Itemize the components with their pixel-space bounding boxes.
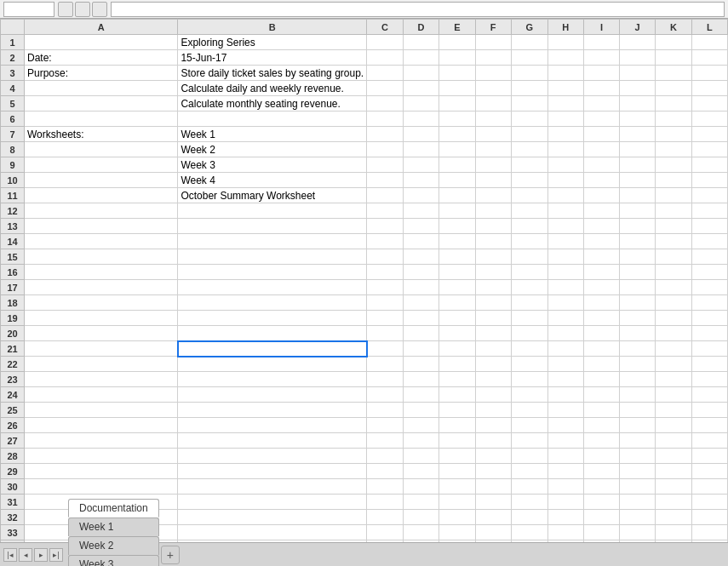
cell-b16[interactable] [178, 265, 367, 280]
cell-b10[interactable]: Week 4 [178, 173, 367, 188]
cell-e13[interactable] [439, 219, 475, 234]
cell-k28[interactable] [656, 449, 692, 464]
cell-a17[interactable] [25, 280, 178, 295]
cell-h12[interactable] [547, 203, 584, 219]
cell-k14[interactable] [656, 234, 692, 249]
cell-e8[interactable] [439, 142, 475, 157]
cell-e26[interactable] [439, 418, 475, 433]
cell-e23[interactable] [439, 372, 475, 387]
cell-g26[interactable] [511, 418, 547, 433]
cell-h23[interactable] [547, 372, 584, 387]
cell-f23[interactable] [475, 372, 511, 387]
cell-e15[interactable] [439, 249, 475, 265]
cell-k13[interactable] [656, 219, 692, 234]
cell-f13[interactable] [475, 219, 511, 234]
cell-d16[interactable] [403, 265, 439, 280]
cell-b4[interactable]: Calculate daily and weekly revenue. [178, 81, 367, 96]
cell-j10[interactable] [620, 173, 656, 188]
cell-i2[interactable] [584, 50, 620, 66]
col-header-h[interactable]: H [547, 20, 584, 35]
cell-j32[interactable] [620, 510, 656, 525]
cell-h31[interactable] [547, 495, 584, 510]
cell-e22[interactable] [439, 357, 475, 372]
cell-g2[interactable] [511, 50, 547, 66]
cell-a15[interactable] [25, 249, 178, 265]
cell-a30[interactable] [25, 479, 178, 495]
cell-e25[interactable] [439, 403, 475, 418]
cell-j13[interactable] [620, 219, 656, 234]
cell-j6[interactable] [620, 111, 656, 127]
cell-b9[interactable]: Week 3 [178, 157, 367, 173]
cell-l10[interactable] [691, 173, 727, 188]
cell-h15[interactable] [547, 249, 584, 265]
cell-c33[interactable] [367, 525, 404, 540]
cell-e17[interactable] [439, 280, 475, 295]
cell-j34[interactable] [620, 540, 656, 543]
cell-k34[interactable] [656, 540, 692, 543]
cell-j11[interactable] [620, 188, 656, 203]
cell-f6[interactable] [475, 111, 511, 127]
cell-c16[interactable] [367, 265, 404, 280]
cell-e31[interactable] [439, 495, 475, 510]
cell-d4[interactable] [403, 81, 439, 96]
cell-j30[interactable] [620, 479, 656, 495]
cell-f34[interactable] [475, 540, 511, 543]
cell-h22[interactable] [547, 357, 584, 372]
cell-l23[interactable] [691, 372, 727, 387]
cell-l16[interactable] [691, 265, 727, 280]
cell-k23[interactable] [656, 372, 692, 387]
cell-k18[interactable] [656, 295, 692, 311]
cell-d22[interactable] [403, 357, 439, 372]
cell-i8[interactable] [584, 142, 620, 157]
cell-d23[interactable] [403, 372, 439, 387]
cell-g22[interactable] [511, 357, 547, 372]
cell-b19[interactable] [178, 311, 367, 326]
cell-f17[interactable] [475, 280, 511, 295]
cell-e12[interactable] [439, 203, 475, 219]
cell-h34[interactable] [547, 540, 584, 543]
cell-d21[interactable] [403, 341, 439, 357]
cell-f26[interactable] [475, 418, 511, 433]
cell-h33[interactable] [547, 525, 584, 540]
cell-k5[interactable] [656, 96, 692, 111]
cell-a4[interactable] [25, 81, 178, 96]
cell-c11[interactable] [367, 188, 404, 203]
cell-g3[interactable] [511, 66, 547, 81]
cell-i31[interactable] [584, 495, 620, 510]
cell-b22[interactable] [178, 357, 367, 372]
cell-k15[interactable] [656, 249, 692, 265]
cell-l4[interactable] [691, 81, 727, 96]
cell-b18[interactable] [178, 295, 367, 311]
sheet-tab-week-3[interactable]: Week 3 [68, 555, 159, 567]
cell-c15[interactable] [367, 249, 404, 265]
cell-a8[interactable] [25, 142, 178, 157]
cell-g23[interactable] [511, 372, 547, 387]
sheet-tab-week-1[interactable]: Week 1 [68, 517, 159, 536]
cell-h4[interactable] [547, 81, 584, 96]
cell-f2[interactable] [475, 50, 511, 66]
cell-d17[interactable] [403, 280, 439, 295]
add-sheet-button[interactable]: + [161, 546, 180, 564]
cell-l34[interactable] [691, 540, 727, 543]
cell-e20[interactable] [439, 326, 475, 341]
cell-c1[interactable] [367, 35, 404, 50]
cell-d32[interactable] [403, 510, 439, 525]
cell-i1[interactable] [584, 35, 620, 50]
cell-k10[interactable] [656, 173, 692, 188]
formula-cancel-btn[interactable] [58, 2, 73, 17]
cell-i5[interactable] [584, 96, 620, 111]
cell-d3[interactable] [403, 66, 439, 81]
cell-b15[interactable] [178, 249, 367, 265]
cell-g28[interactable] [511, 449, 547, 464]
cell-i28[interactable] [584, 449, 620, 464]
cell-j29[interactable] [620, 464, 656, 479]
cell-d24[interactable] [403, 387, 439, 403]
cell-e30[interactable] [439, 479, 475, 495]
cell-j31[interactable] [620, 495, 656, 510]
cell-g29[interactable] [511, 464, 547, 479]
cell-l31[interactable] [691, 495, 727, 510]
cell-f25[interactable] [475, 403, 511, 418]
cell-h21[interactable] [547, 341, 584, 357]
cell-e4[interactable] [439, 81, 475, 96]
cell-g5[interactable] [511, 96, 547, 111]
